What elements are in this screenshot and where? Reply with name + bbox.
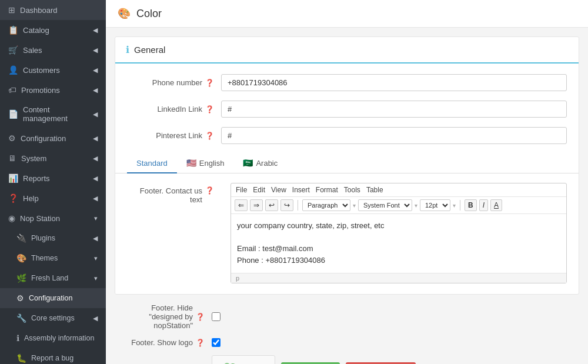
sidebar-item-fresh-land[interactable]: 🌿 Fresh Land ▾ [0, 268, 106, 288]
editor-line-4: Phone : +8801719304086 [237, 255, 560, 266]
editor-help-icon[interactable]: ❓ [205, 186, 214, 195]
toolbar-font-select[interactable]: System Font [358, 199, 412, 211]
content-management-label: Content management [23, 105, 93, 123]
card-header: ℹ General [115, 37, 579, 64]
toolbar-undo[interactable]: ↩ [265, 199, 278, 211]
sidebar-item-nop-station[interactable]: ◉ Nop Station ▾ [0, 208, 106, 228]
tab-english-label: English [199, 159, 225, 168]
pinterest-input[interactable] [221, 127, 567, 144]
tab-standard[interactable]: Standard [127, 153, 177, 173]
configuration-icon: ⚙ [8, 133, 16, 143]
system-icon: 🖥 [8, 153, 16, 163]
sales-label: Sales [23, 46, 42, 55]
sidebar-item-help[interactable]: ❓ Help ◀ [0, 188, 106, 208]
editor-line-3: Email : test@mail.com [237, 243, 560, 255]
nop-station-arrow: ▾ [94, 215, 98, 222]
linkedin-help-icon[interactable]: ❓ [205, 105, 214, 113]
sidebar-item-themes[interactable]: 🎨 Themes ▾ [0, 248, 106, 268]
nop-station-icon: ◉ [8, 213, 15, 223]
show-logo-help[interactable]: ❓ [196, 339, 205, 347]
menu-insert[interactable]: Insert [292, 186, 310, 194]
hide-designed-help[interactable]: ❓ [196, 313, 205, 321]
phone-number-input[interactable] [221, 74, 567, 91]
customers-label: Customers [23, 66, 60, 75]
linkedin-row: LinkedIn Link ❓ [127, 101, 567, 118]
toolbar-sep2 [460, 200, 460, 211]
sidebar-item-catalog[interactable]: 📋 Catalog ◀ [0, 20, 106, 40]
reports-arrow: ◀ [93, 175, 98, 182]
sidebar-item-promotions[interactable]: 🏷 Promotions ◀ [0, 80, 106, 100]
pinterest-help-icon[interactable]: ❓ [205, 132, 214, 140]
fresh-land-label: Fresh Land [31, 274, 68, 282]
hide-designed-row: Footer. Hide "designed by nopStation" ❓ [106, 303, 588, 330]
phone-help-icon[interactable]: ❓ [205, 79, 214, 87]
sidebar-item-configuration[interactable]: ⚙ Configuration ◀ [0, 128, 106, 148]
menu-view[interactable]: View [271, 186, 286, 194]
editor-status-tag: p [236, 275, 239, 282]
core-settings-icon: 🔧 [16, 313, 26, 323]
fresh-land-icon: 🌿 [16, 273, 26, 283]
show-logo-checkbox[interactable] [212, 338, 220, 347]
menu-format[interactable]: Format [316, 186, 338, 194]
plugins-label: Plugins [31, 234, 55, 242]
sidebar-item-reports[interactable]: 📊 Reports ◀ [0, 168, 106, 188]
flag-arabic: 🇸🇦 [243, 158, 253, 168]
menu-tools[interactable]: Tools [344, 186, 360, 194]
phone-number-row: Phone number ❓ [127, 74, 567, 91]
editor-content[interactable]: your company country, state, zip, street… [231, 214, 566, 273]
toolbar-size-select[interactable]: 12pt [420, 199, 450, 211]
editor-statusbar: p [231, 273, 566, 283]
sidebar-item-sales[interactable]: 🛒 Sales ◀ [0, 40, 106, 60]
menu-edit[interactable]: Edit [253, 186, 265, 194]
content-management-arrow: ◀ [93, 111, 98, 118]
toolbar-font-arrow: ▾ [415, 202, 417, 209]
menu-table[interactable]: Table [366, 186, 383, 194]
sidebar-item-core-settings[interactable]: 🔧 Core settings ◀ [0, 308, 106, 328]
tab-arabic[interactable]: 🇸🇦 Arabic [233, 153, 287, 173]
toolbar-ltr[interactable]: ⇐ [235, 199, 248, 211]
hide-designed-checkbox[interactable] [212, 312, 220, 321]
toolbar-bold[interactable]: B [465, 199, 477, 211]
customers-icon: 👤 [8, 65, 18, 75]
sidebar-item-dashboard[interactable]: ⊞ Dashboard [0, 0, 106, 20]
tab-standard-label: Standard [136, 159, 168, 168]
logo-svg: Fresh Land [217, 358, 270, 364]
help-label: Help [23, 194, 39, 203]
toolbar-italic[interactable]: I [479, 199, 488, 211]
help-icon: ❓ [8, 193, 18, 203]
toolbar-rtl[interactable]: ⇒ [250, 199, 263, 211]
main-content: 🎨 Color ℹ General Phone number ❓ LinkedI… [106, 0, 588, 364]
promotions-label: Promotions [21, 86, 60, 95]
assembly-information-icon: ℹ [16, 333, 19, 343]
sidebar-item-customers[interactable]: 👤 Customers ◀ [0, 60, 106, 80]
report-a-bug-icon: 🐛 [16, 353, 26, 363]
linkedin-input[interactable] [221, 101, 567, 118]
logo-image-box: Fresh Land [212, 355, 275, 364]
toolbar-underline[interactable]: A [490, 199, 502, 211]
tab-english[interactable]: 🇺🇸 English [177, 153, 234, 173]
sidebar-item-assembly-information[interactable]: ℹ Assembly information [0, 328, 106, 348]
toolbar-redo[interactable]: ↪ [280, 199, 293, 211]
catalog-icon: 📋 [8, 25, 18, 35]
toolbar-paragraph-select[interactable]: Paragraph [302, 199, 350, 211]
tab-arabic-label: Arabic [256, 159, 278, 168]
sales-icon: 🛒 [8, 45, 18, 55]
core-settings-label: Core settings [31, 314, 75, 322]
toolbar-sep1 [298, 200, 298, 211]
themes-icon: 🎨 [16, 253, 26, 263]
promotions-arrow: ◀ [93, 86, 98, 94]
reports-icon: 📊 [8, 173, 18, 183]
themes-arrow: ▾ [94, 255, 98, 262]
sidebar-item-configuration-sub[interactable]: ⚙ Configuration [0, 288, 106, 308]
system-label: System [21, 154, 46, 163]
sidebar-item-plugins[interactable]: 🔌 Plugins ◀ [0, 228, 106, 248]
editor-label: Footer. Contact us text ❓ [127, 183, 221, 283]
palette-icon: 🎨 [118, 7, 131, 20]
sidebar-item-system[interactable]: 🖥 System ◀ [0, 148, 106, 168]
sidebar-item-content-management[interactable]: 📄 Content management ◀ [0, 100, 106, 128]
configuration-arrow: ◀ [93, 135, 98, 142]
sidebar-item-report-a-bug[interactable]: 🐛 Report a bug [0, 348, 106, 364]
menu-file[interactable]: File [236, 186, 247, 194]
nop-station-label: Nop Station [20, 214, 60, 223]
catalog-arrow: ◀ [93, 26, 98, 34]
